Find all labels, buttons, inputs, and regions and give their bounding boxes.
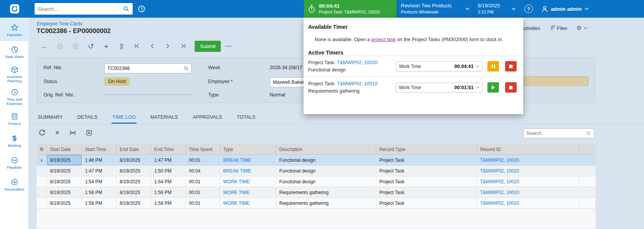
company-selector[interactable]: Revision Two Products Products Wholesale — [397, 0, 474, 18]
table-row[interactable]: 8/19/2025 1:56 PM 8/19/2025 1:56 PM 00:0… — [37, 187, 596, 198]
delete-row-button[interactable]: × — [55, 129, 60, 136]
ref-nbr-input[interactable] — [105, 66, 184, 71]
active-timer-widget[interactable]: 00:04:41 Project Task: T&MWIP02, 10020 — [304, 0, 397, 18]
refresh-button[interactable] — [39, 129, 45, 136]
sidebar-item-receivables[interactable]: Receivables — [0, 174, 29, 196]
tab-totals[interactable]: TOTALS — [236, 112, 256, 124]
tab-summary[interactable]: SUMMARY — [37, 112, 63, 124]
cell-start-time[interactable]: 1:47 PM — [82, 166, 117, 176]
cell-record-type[interactable]: Project Task — [376, 198, 477, 209]
column-header-end-date[interactable]: End Date — [117, 144, 151, 155]
column-header-start-date[interactable]: Start Date — [47, 144, 82, 155]
row-selector-cell[interactable] — [37, 166, 47, 176]
cell-record-type[interactable]: Project Task — [376, 187, 477, 198]
sidebar-item-finance[interactable]: Finance — [0, 108, 29, 130]
cell-start-date[interactable]: 8/19/2025 — [47, 176, 82, 187]
settings-menu-button[interactable]: ⚙ — [577, 25, 587, 32]
sidebar-item-favorites[interactable]: Favorites — [0, 19, 29, 41]
cell-start-time[interactable]: 1:58 PM — [82, 198, 117, 209]
row-selector-cell[interactable]: › — [37, 155, 47, 166]
cell-end-time[interactable]: 1:58 PM — [151, 198, 186, 209]
lookup-icon[interactable] — [184, 66, 191, 71]
grid-search-input[interactable] — [526, 131, 586, 136]
go-last-button[interactable] — [175, 40, 191, 52]
sidebar-item-banking[interactable]: $ Banking — [0, 130, 29, 152]
resume-timer-button[interactable] — [487, 82, 499, 93]
tab-materials[interactable]: MATERIALS — [150, 112, 179, 124]
sidebar-item-payables[interactable]: Payables — [0, 152, 29, 174]
files-button[interactable]: Files — [549, 25, 567, 31]
cell-description[interactable]: Functional design — [276, 155, 376, 166]
cell-record-type[interactable]: Project Task — [376, 166, 477, 176]
cell-end-time[interactable]: 1:47 PM — [151, 155, 186, 166]
cell-start-time[interactable]: 1:56 PM — [82, 187, 117, 198]
task-link[interactable]: T&MWIP02, 10020 — [337, 60, 378, 65]
cell-record-id-link[interactable]: T&MWIP02, 10010 — [477, 187, 579, 198]
cell-time-spent[interactable]: 00:01 — [186, 176, 220, 187]
cell-time-spent[interactable]: 00:01 — [186, 187, 220, 198]
go-previous-button[interactable] — [145, 40, 160, 52]
app-logo[interactable] — [0, 0, 29, 18]
time-type-dropdown[interactable]: Work Time 00:04:41 — [396, 61, 482, 71]
task-link[interactable]: T&MWIP02, 10010 — [337, 81, 378, 86]
go-next-button[interactable] — [160, 40, 175, 52]
time-type-dropdown[interactable]: Work Time 00:01:51 — [396, 83, 482, 93]
cell-description[interactable]: Functional design — [276, 166, 376, 176]
cell-record-id-link[interactable]: T&MWIP02, 10020 — [477, 166, 579, 176]
tab-time-log[interactable]: TIME LOG — [112, 112, 137, 124]
tab-approvals[interactable]: APPROVALS — [192, 112, 223, 124]
type-value[interactable]: Normal — [270, 92, 285, 98]
cell-type[interactable]: BREAK TIME — [220, 155, 276, 166]
row-selector-cell[interactable] — [37, 198, 47, 209]
back-button[interactable]: ← — [37, 40, 52, 52]
column-header-type[interactable]: Type — [220, 144, 276, 155]
business-date-selector[interactable]: 8/19/2025 2:12 PM — [474, 0, 520, 18]
sidebar-item-inventory-planning[interactable]: Inventory Planning — [0, 63, 29, 86]
sidebar-item-data-views[interactable]: Data Views — [0, 41, 29, 63]
cell-start-date[interactable]: 8/19/2025 — [47, 166, 82, 176]
cell-end-time[interactable]: 1:54 PM — [151, 176, 186, 187]
tab-details[interactable]: DETAILS — [77, 112, 98, 124]
activities-button[interactable]: Activities — [521, 25, 540, 31]
column-header-record-type[interactable]: Record Type — [376, 144, 477, 155]
column-header-time-spent[interactable]: Time Spent — [186, 144, 220, 155]
cell-time-spent[interactable]: 00:04 — [186, 166, 220, 176]
delete-button[interactable] — [114, 40, 129, 52]
cell-end-date[interactable]: 8/19/2025 — [117, 166, 151, 176]
cell-description[interactable]: Functional design — [276, 176, 376, 187]
cell-end-date[interactable]: 8/19/2025 — [117, 176, 151, 187]
add-new-button[interactable]: + — [98, 40, 114, 52]
user-menu[interactable]: admin admin — [537, 0, 599, 18]
cell-record-type[interactable]: Project Task — [376, 176, 477, 187]
cell-start-date[interactable]: 8/19/2025 — [47, 198, 82, 209]
cell-end-date[interactable]: 8/19/2025 — [117, 155, 151, 166]
project-task-link[interactable]: project task — [371, 37, 396, 42]
column-header-description[interactable]: Description — [276, 144, 376, 155]
export-to-excel-button[interactable] — [86, 129, 92, 136]
column-header-end-time[interactable]: End Time — [151, 144, 186, 155]
cell-type[interactable]: WORK TIME — [220, 176, 276, 187]
table-row[interactable]: 8/19/2025 1:58 PM 8/19/2025 1:58 PM 00:0… — [37, 198, 596, 209]
cell-record-type[interactable]: Project Task — [376, 155, 477, 166]
column-header-start-time[interactable]: Start Time — [82, 144, 117, 155]
week-value[interactable]: 2025-34 (08/17 — [270, 65, 302, 70]
breadcrumb[interactable]: Employee Time Cards — [37, 21, 82, 27]
global-search-input[interactable] — [38, 6, 123, 12]
column-settings-button[interactable]: ⚙ — [37, 144, 47, 155]
stop-timer-button[interactable] — [505, 61, 517, 71]
search-icon[interactable] — [123, 5, 130, 12]
cell-time-spent[interactable]: 00:01 — [186, 198, 220, 209]
cell-record-id-link[interactable]: T&MWIP02, 10010 — [477, 198, 579, 209]
cell-description[interactable]: Requirements gathering — [276, 187, 376, 198]
cell-type[interactable]: BREAK TIME — [220, 166, 276, 176]
cell-start-time[interactable]: 1:54 PM — [82, 176, 117, 187]
cancel-undo-button[interactable]: ↺ — [83, 40, 98, 52]
cell-start-date[interactable]: 8/19/2025 — [47, 155, 82, 166]
cell-type[interactable]: WORK TIME — [220, 198, 276, 209]
go-first-button[interactable] — [129, 40, 145, 52]
pause-timer-button[interactable] — [487, 61, 499, 71]
table-row[interactable]: 8/19/2025 1:54 PM 8/19/2025 1:54 PM 00:0… — [37, 176, 596, 187]
help-button[interactable]: ? — [520, 0, 537, 18]
cell-time-spent[interactable]: 00:01 — [186, 155, 220, 166]
table-row[interactable]: 8/19/2025 1:47 PM 8/19/2025 1:50 PM 00:0… — [37, 166, 596, 176]
